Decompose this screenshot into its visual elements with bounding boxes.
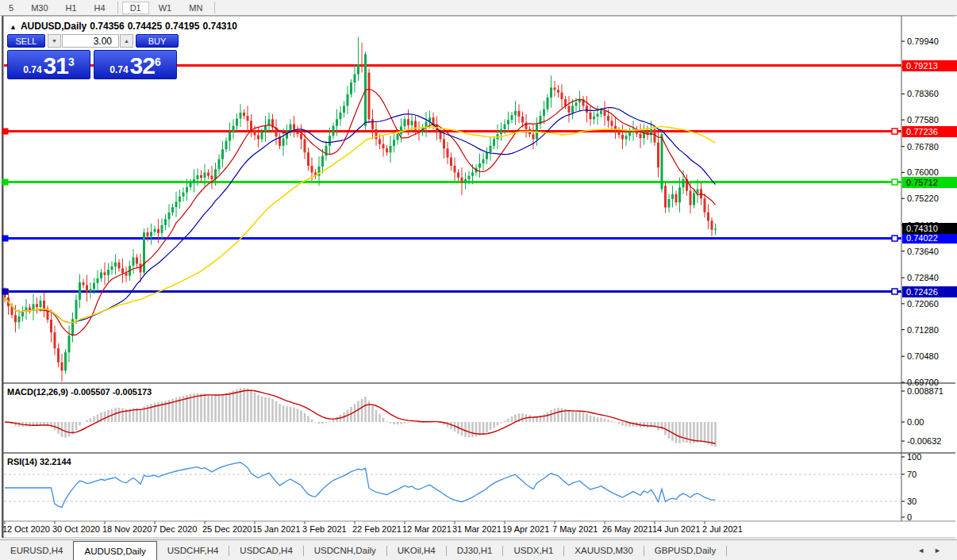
date-axis-label: 31 Mar 2021 bbox=[452, 524, 502, 534]
sell-price-display[interactable]: 0.74313 bbox=[7, 50, 90, 79]
symbol-tab-bar: EURUSD,H4AUDUSD,DailyUSDCHF,H4USDCAD,H4U… bbox=[0, 539, 957, 560]
sell-price-pip: 3 bbox=[68, 51, 75, 73]
chart-symbol-label: AUDUSD,Daily bbox=[21, 21, 86, 32]
volume-decrease-icon[interactable]: ▼ bbox=[48, 34, 61, 48]
macd-values: -0.005507 -0.005173 bbox=[71, 387, 152, 397]
price-axis-tick: 0.79940 bbox=[907, 36, 939, 46]
collapse-chart-icon[interactable]: ▲ bbox=[10, 23, 17, 31]
symbol-tab-USDCHF[interactable]: USDCHF,H4 bbox=[157, 540, 229, 560]
price-line-badge: 0.75712 bbox=[902, 177, 957, 188]
symbol-tab-USDX[interactable]: USDX,H1 bbox=[503, 540, 563, 560]
price-axis-tick: 0.77580 bbox=[907, 115, 939, 125]
date-axis-label: 22 Feb 2021 bbox=[352, 524, 402, 534]
date-axis-label: 30 Oct 2020 bbox=[52, 524, 100, 534]
date-axis-label: 7 May 2021 bbox=[552, 524, 598, 534]
buy-price-big: 32 bbox=[130, 54, 155, 78]
price-line-badge: 0.79213 bbox=[902, 60, 957, 71]
timeframe-button-5[interactable]: 5 bbox=[1, 2, 21, 14]
date-axis-label: 12 Oct 2020 bbox=[2, 524, 50, 534]
symbol-tab-AUDUSD[interactable]: AUDUSD,Daily bbox=[73, 541, 156, 560]
macd-indicator-label: MACD(12,26,9) -0.005507 -0.005173 bbox=[7, 387, 152, 397]
date-axis-label: 26 May 2021 bbox=[602, 524, 653, 534]
timeframe-button-W1[interactable]: W1 bbox=[151, 2, 180, 14]
date-axis-label: 19 Apr 2021 bbox=[502, 524, 549, 534]
date-axis-label: 18 Nov 2020 bbox=[102, 524, 152, 534]
price-axis-tick: 0.71280 bbox=[907, 325, 939, 335]
rsi-axis-label: 30 bbox=[907, 497, 917, 506]
price-axis-tick: 0.76780 bbox=[907, 142, 939, 152]
volume-increase-icon[interactable]: ▲ bbox=[120, 34, 133, 48]
one-click-trade-panel: SELL ▼ 3.00 ▲ BUY 0.74313 0.74326 bbox=[7, 34, 179, 79]
rsi-axis-label: 70 bbox=[907, 470, 917, 479]
symbol-tab-USDCNH[interactable]: USDCNH,Daily bbox=[304, 540, 386, 560]
symbol-tab-DJ30[interactable]: DJ30,H1 bbox=[447, 540, 503, 560]
tab-separator bbox=[726, 546, 727, 556]
date-axis-label: 7 Dec 2020 bbox=[152, 524, 197, 534]
toolbar-separator bbox=[117, 2, 118, 13]
trading-terminal-window: 5M30H1H4D1W1MN ▲AUDUSD,Daily0.743560.744… bbox=[0, 0, 957, 560]
buy-button[interactable]: BUY bbox=[136, 34, 179, 48]
chart-title: ▲AUDUSD,Daily0.743560.744250.741950.7431… bbox=[10, 21, 240, 32]
timeframe-button-H1[interactable]: H1 bbox=[58, 2, 85, 14]
date-axis-label: 14 Jun 2021 bbox=[652, 524, 701, 534]
symbol-tab-XAUUSD[interactable]: XAUUSD,M30 bbox=[564, 540, 644, 560]
price-line-badge: 0.77236 bbox=[902, 126, 957, 137]
tab-scroll-right-icon[interactable]: ► bbox=[934, 547, 941, 554]
ohlc-low: 0.74195 bbox=[165, 21, 199, 32]
ohlc-high: 0.74425 bbox=[128, 21, 162, 32]
symbol-tab-USDCAD[interactable]: USDCAD,H4 bbox=[229, 540, 302, 560]
timeframe-button-MN[interactable]: MN bbox=[181, 2, 210, 14]
chart-window[interactable] bbox=[2, 16, 957, 538]
macd-axis-label: 0.008871 bbox=[907, 386, 944, 396]
price-axis-tick: 0.78360 bbox=[907, 89, 939, 98]
date-axis-label: 3 Feb 2021 bbox=[302, 524, 347, 534]
price-axis-tick: 0.72840 bbox=[907, 273, 939, 282]
buy-price-display[interactable]: 0.74326 bbox=[94, 50, 177, 79]
macd-axis-label: 0.00 bbox=[907, 417, 924, 427]
buy-price-pip: 6 bbox=[155, 51, 161, 73]
tab-scroll-left-icon[interactable]: ◄ bbox=[917, 547, 924, 554]
rsi-axis-label: 0 bbox=[907, 512, 912, 522]
symbol-tab-UKOil[interactable]: UKOil,H4 bbox=[387, 540, 446, 560]
sell-price-prefix: 0.74 bbox=[23, 62, 41, 78]
price-axis-tick: 0.70480 bbox=[907, 351, 939, 361]
ohlc-open: 0.74356 bbox=[90, 21, 124, 32]
rsi-indicator-label: RSI(14) 32.2144 bbox=[7, 457, 71, 466]
price-line-badge: 0.74022 bbox=[902, 232, 957, 244]
date-axis-label: 15 Jan 2021 bbox=[252, 524, 301, 534]
timeframe-button-H4[interactable]: H4 bbox=[86, 2, 113, 14]
current-price-badge: 0.74310 bbox=[902, 223, 957, 234]
timeframe-button-D1[interactable]: D1 bbox=[122, 2, 149, 14]
volume-input[interactable]: 3.00 bbox=[62, 34, 119, 48]
price-axis-tick: 0.75220 bbox=[907, 194, 939, 203]
ohlc-close: 0.74310 bbox=[202, 21, 236, 32]
date-axis-label: 25 Dec 2020 bbox=[202, 524, 252, 534]
price-axis-tick: 0.72060 bbox=[907, 299, 939, 309]
sell-price-big: 31 bbox=[44, 54, 68, 78]
timeframe-toolbar: 5M30H1H4D1W1MN bbox=[0, 0, 957, 16]
sell-button[interactable]: SELL bbox=[7, 34, 45, 48]
date-axis-label: 2 Jul 2021 bbox=[702, 524, 743, 534]
macd-axis-label: -0.00632 bbox=[907, 436, 941, 446]
buy-price-prefix: 0.74 bbox=[110, 62, 128, 78]
symbol-tab-EURUSD[interactable]: EURUSD,H4 bbox=[0, 540, 73, 560]
timeframe-button-M30[interactable]: M30 bbox=[23, 2, 56, 14]
rsi-axis-label: 100 bbox=[907, 452, 921, 462]
price-axis-tick: 0.73640 bbox=[907, 247, 939, 256]
symbol-tab-GBPUSD[interactable]: GBPUSD,Daily bbox=[644, 540, 726, 560]
price-line-badge: 0.72426 bbox=[902, 286, 957, 297]
toolbar-separator bbox=[214, 2, 215, 13]
date-axis-label: 12 Mar 2021 bbox=[402, 524, 452, 534]
